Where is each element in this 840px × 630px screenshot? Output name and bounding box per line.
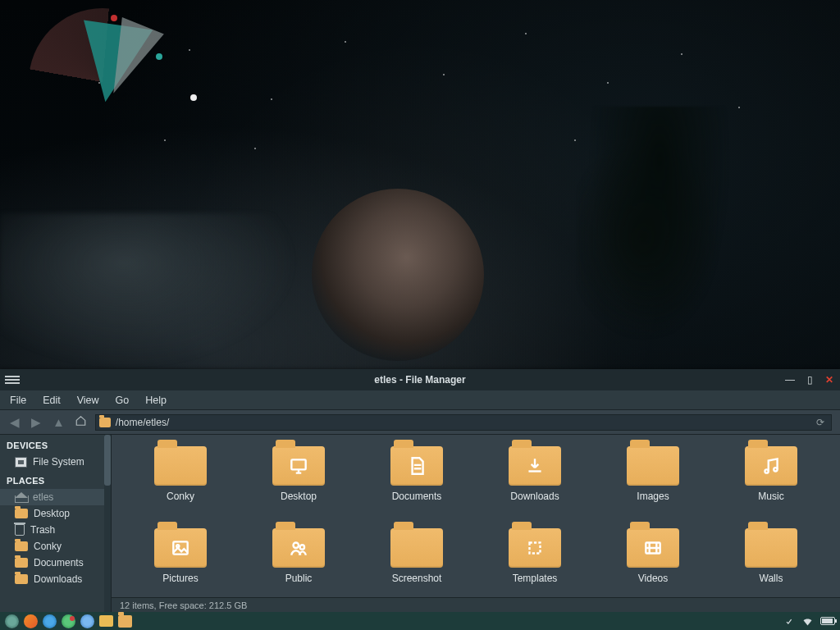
sidebar-item-etles[interactable]: etles	[0, 489, 111, 505]
launcher-icon[interactable]	[43, 614, 57, 628]
menu-help[interactable]: Help	[145, 395, 167, 406]
launcher-icon[interactable]	[80, 614, 94, 628]
maximize-button[interactable]: ▯	[804, 374, 815, 386]
launcher-icon[interactable]	[99, 615, 113, 627]
system-tray	[783, 615, 835, 628]
firefox-launcher[interactable]	[24, 614, 38, 628]
location-path: /home/etles/	[116, 417, 169, 428]
music-folder-icon	[745, 446, 797, 486]
sidebar: DEVICES File System PLACES etles Desktop…	[0, 435, 112, 612]
window-title: etles - File Manager	[0, 374, 840, 386]
folder-videos[interactable]: Videos	[594, 528, 712, 597]
location-bar[interactable]: /home/etles/ ⟳	[95, 414, 832, 431]
svg-rect-0	[291, 459, 305, 469]
sidebar-item-desktop[interactable]: Desktop	[0, 505, 111, 522]
desktop-folder-icon	[272, 446, 325, 486]
home-button[interactable]	[75, 415, 87, 429]
folder-public[interactable]: Public	[240, 528, 358, 597]
templates-folder-icon	[509, 528, 561, 568]
file-manager-window: etles - File Manager — ▯ ✕ File Edit Vie…	[0, 369, 840, 612]
sidebar-item-trash[interactable]: Trash	[0, 522, 111, 538]
folder-downloads[interactable]: Downloads	[476, 446, 594, 528]
sidebar-header-places: PLACES	[0, 470, 111, 489]
menu-view[interactable]: View	[77, 395, 99, 406]
titlebar[interactable]: etles - File Manager — ▯ ✕	[0, 369, 840, 390]
public-folder-icon	[272, 528, 325, 568]
reload-icon[interactable]: ⟳	[816, 417, 828, 428]
file-manager-launcher[interactable]	[118, 615, 132, 628]
drive-icon	[15, 457, 27, 468]
icon-view[interactable]: Conky Desktop Documents Downloads Images	[112, 435, 840, 597]
minimize-button[interactable]: —	[784, 374, 796, 386]
app-menu-button[interactable]	[5, 614, 19, 628]
menu-file[interactable]: File	[10, 395, 26, 406]
folder-templates[interactable]: Templates	[476, 528, 594, 597]
sidebar-item-downloads[interactable]: Downloads	[0, 571, 111, 587]
svg-rect-7	[530, 543, 541, 554]
taskbar	[0, 612, 840, 630]
svg-point-2	[774, 468, 777, 471]
toolbar: ◀ ▶ ▲ /home/etles/ ⟳	[0, 410, 840, 435]
up-button[interactable]: ▲	[51, 415, 66, 429]
downloads-folder-icon	[509, 446, 561, 486]
svg-point-1	[765, 469, 768, 472]
svg-point-5	[294, 543, 299, 549]
wallpaper-clouds	[0, 213, 312, 377]
status-text: 12 items, Free space: 212.5 GB	[120, 600, 247, 610]
forward-button[interactable]: ▶	[30, 415, 43, 430]
wallpaper-tree	[578, 107, 742, 369]
sidebar-item-documents[interactable]: Documents	[0, 555, 111, 571]
wallpaper-moon	[312, 189, 484, 361]
folder-icon	[15, 509, 28, 518]
sidebar-header-devices: DEVICES	[0, 435, 111, 454]
folder-desktop[interactable]: Desktop	[240, 446, 358, 528]
launcher-icon[interactable]	[62, 614, 75, 628]
folder-icon	[99, 418, 111, 427]
clock-widget	[29, 8, 185, 107]
close-button[interactable]: ✕	[824, 374, 835, 386]
folder-icon	[390, 528, 443, 568]
menu-go[interactable]: Go	[116, 395, 130, 406]
hamburger-icon[interactable]	[5, 376, 20, 384]
folder-documents[interactable]: Documents	[358, 446, 476, 528]
pictures-folder-icon	[154, 528, 207, 568]
menu-edit[interactable]: Edit	[43, 395, 61, 406]
power-icon[interactable]	[783, 615, 795, 628]
statusbar: 12 items, Free space: 212.5 GB	[112, 597, 840, 612]
back-button[interactable]: ◀	[8, 415, 21, 430]
sidebar-item-filesystem[interactable]: File System	[0, 454, 111, 470]
sidebar-item-conky[interactable]: Conky	[0, 538, 111, 555]
menubar: File Edit View Go Help	[0, 390, 840, 410]
folder-icon	[627, 446, 679, 486]
folder-icon	[15, 558, 28, 568]
folder-images[interactable]: Images	[594, 446, 712, 528]
folder-icon	[15, 574, 28, 584]
folder-icon	[154, 446, 207, 486]
folder-walls[interactable]: Walls	[712, 528, 830, 597]
videos-folder-icon	[627, 528, 679, 568]
svg-rect-3	[173, 541, 187, 554]
svg-point-6	[300, 545, 304, 549]
wifi-icon[interactable]	[801, 615, 814, 628]
folder-icon	[15, 541, 28, 551]
folder-screenshot[interactable]: Screenshot	[358, 528, 476, 597]
documents-folder-icon	[390, 446, 443, 486]
folder-conky[interactable]: Conky	[121, 446, 240, 528]
folder-music[interactable]: Music	[712, 446, 830, 528]
folder-pictures[interactable]: Pictures	[121, 528, 240, 597]
sidebar-scrollbar[interactable]	[104, 435, 111, 612]
home-icon	[15, 492, 27, 503]
battery-icon[interactable]	[820, 617, 835, 625]
trash-icon	[15, 524, 25, 536]
folder-icon	[745, 528, 797, 568]
